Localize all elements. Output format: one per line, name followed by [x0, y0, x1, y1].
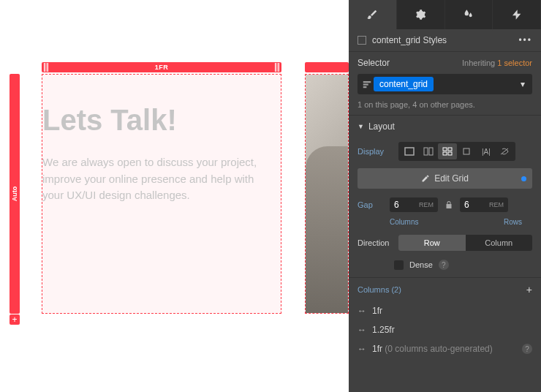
display-inline-block-button[interactable]	[457, 143, 476, 159]
gap-label: Gap	[357, 200, 385, 209]
svg-rect-7	[464, 148, 469, 154]
selector-state-icon[interactable]	[360, 78, 374, 91]
arrows-horizontal-icon: ↔	[357, 325, 366, 335]
selector-field[interactable]: content_grid ▾	[357, 74, 532, 94]
tab-effects[interactable]	[445, 0, 493, 29]
direction-segmented: Row Column	[398, 235, 532, 251]
svg-rect-5	[443, 152, 447, 155]
columns-header-label: Columns (2)	[357, 285, 401, 294]
style-title: content_grid Styles	[372, 35, 447, 45]
column-item-auto[interactable]: ↔ 1fr (0 columns auto-generated) ?	[349, 339, 541, 358]
track-handle-left[interactable]	[44, 63, 48, 72]
selector-section: Selector Inheriting 1 selector content_g…	[349, 51, 541, 115]
pencil-icon	[421, 174, 430, 183]
display-block-button[interactable]	[400, 143, 419, 159]
dense-help-button[interactable]: ?	[439, 260, 449, 270]
add-column-button[interactable]: +	[526, 284, 532, 295]
dense-checkbox[interactable]	[394, 260, 404, 270]
direction-row: Direction Row Column	[349, 230, 541, 255]
style-panel: content_grid Styles ••• Selector Inherit…	[349, 0, 541, 392]
tab-style[interactable]	[349, 0, 397, 29]
grid-column-track-2[interactable]	[305, 62, 349, 72]
selector-class-pill[interactable]: content_grid	[374, 77, 434, 91]
grid-cell-1[interactable]: Lets Talk! We are always open to discuss…	[42, 74, 281, 314]
display-options: |A|	[398, 142, 515, 161]
column-item-1[interactable]: ↔ 1fr	[349, 301, 541, 320]
inheriting-count[interactable]: 1 selector	[497, 59, 532, 67]
edit-grid-label: Edit Grid	[434, 173, 469, 184]
svg-rect-3	[443, 148, 447, 151]
brush-icon	[366, 9, 378, 20]
display-row: Display |A|	[349, 137, 541, 165]
gap-columns-sublabel: Columns	[390, 218, 418, 226]
direction-column-button[interactable]: Column	[466, 235, 533, 251]
display-label: Display	[357, 147, 394, 156]
display-none-button[interactable]	[495, 143, 514, 159]
hero-image	[306, 75, 348, 313]
style-menu-button[interactable]: •••	[518, 35, 532, 45]
style-title-row: content_grid Styles •••	[349, 29, 541, 51]
gap-rows-input[interactable]: 6REM	[460, 197, 508, 212]
svg-text:|A|: |A|	[482, 148, 491, 156]
column-item-2[interactable]: ↔ 1.25fr	[349, 320, 541, 339]
display-inline-button[interactable]: |A|	[476, 143, 495, 159]
tab-interactions[interactable]	[493, 0, 541, 29]
svg-rect-0	[405, 148, 414, 155]
direction-label: Direction	[357, 238, 394, 247]
svg-rect-6	[448, 152, 452, 155]
display-grid-button[interactable]	[438, 143, 457, 159]
panel-tabs	[349, 0, 541, 29]
hero-paragraph: We are always open to discuss your proje…	[42, 154, 269, 204]
layout-label: Layout	[368, 121, 395, 132]
layout-section-header[interactable]: ▼ Layout	[349, 115, 541, 137]
style-checkbox[interactable]	[357, 36, 366, 45]
arrows-horizontal-icon: ↔	[357, 344, 366, 354]
selector-info: 1 on this page, 4 on other pages.	[357, 100, 532, 109]
edit-grid-button[interactable]: Edit Grid	[357, 168, 532, 189]
gear-icon	[415, 9, 426, 20]
selector-dropdown[interactable]: ▾	[516, 79, 529, 89]
svg-rect-4	[448, 148, 452, 151]
columns-section-header[interactable]: Columns (2) +	[349, 277, 541, 301]
svg-rect-1	[424, 148, 428, 155]
track-handle-right[interactable]	[275, 63, 279, 72]
grid-row-size-label: Auto	[11, 186, 18, 202]
chevron-down-icon: ▼	[357, 123, 364, 130]
gap-sublabels: Columns Rows	[349, 218, 541, 230]
edit-grid-indicator	[521, 176, 526, 181]
design-canvas[interactable]: 1FR Auto + Lets Talk! We are always open…	[0, 0, 349, 392]
dense-label: Dense	[409, 260, 433, 269]
grid-cell-2[interactable]	[305, 74, 349, 314]
gap-rows-sublabel: Rows	[504, 218, 522, 226]
gap-row: Gap 6REM 6REM	[349, 192, 541, 218]
add-row-button[interactable]: +	[10, 314, 20, 325]
grid-column-track-1[interactable]: 1FR	[42, 62, 281, 72]
svg-rect-2	[429, 148, 433, 155]
grid-row-track-1[interactable]: Auto	[10, 74, 20, 314]
drops-icon	[463, 9, 474, 20]
inheriting-label: Inheriting 1 selector	[462, 59, 532, 67]
direction-row-button[interactable]: Row	[398, 235, 466, 251]
selector-label: Selector	[357, 58, 390, 68]
arrows-horizontal-icon: ↔	[357, 306, 366, 316]
grid-column-size-label: 1FR	[155, 64, 169, 71]
gap-columns-input[interactable]: 6REM	[390, 197, 438, 212]
auto-columns-help-button[interactable]: ?	[522, 344, 532, 354]
hero-heading: Lets Talk!	[42, 104, 281, 137]
bolt-icon	[511, 9, 523, 20]
display-flex-button[interactable]	[419, 143, 438, 159]
gap-lock-button[interactable]	[442, 200, 455, 210]
dense-row: Dense ?	[349, 255, 541, 277]
tab-settings[interactable]	[397, 0, 445, 29]
